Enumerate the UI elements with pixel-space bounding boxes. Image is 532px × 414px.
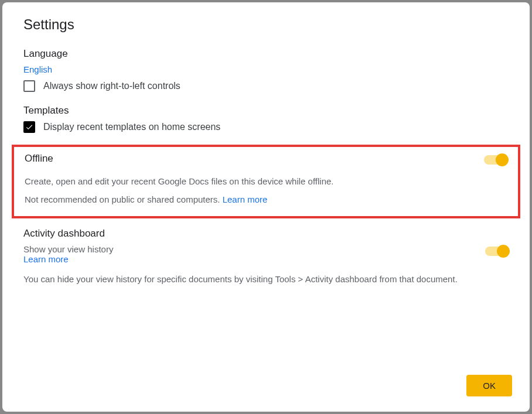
toggle-thumb — [497, 245, 510, 258]
activity-heading: Activity dashboard — [23, 228, 509, 239]
offline-description: Create, open and edit your recent Google… — [25, 175, 507, 189]
offline-learn-more-link[interactable]: Learn more — [223, 194, 268, 204]
activity-row: Show your view history Learn more — [23, 244, 509, 265]
settings-dialog: Settings Language English Always show ri… — [2, 2, 530, 412]
language-link[interactable]: English — [23, 64, 52, 74]
check-icon — [25, 123, 33, 131]
language-section: Language English Always show right-to-le… — [2, 43, 530, 100]
rtl-label: Always show right-to-left controls — [43, 81, 180, 91]
language-heading: Language — [23, 48, 509, 60]
offline-warning-row: Not recommended on public or shared comp… — [25, 194, 507, 204]
dialog-footer: OK — [2, 369, 530, 400]
offline-warning: Not recommended on public or shared comp… — [25, 194, 223, 204]
templates-section: Templates Display recent templates on ho… — [2, 100, 530, 141]
toggle-thumb — [496, 153, 509, 166]
rtl-checkbox-row: Always show right-to-left controls — [23, 80, 509, 92]
activity-hint: You can hide your view history for speci… — [23, 273, 509, 286]
templates-checkbox[interactable] — [23, 121, 35, 133]
templates-heading: Templates — [23, 105, 509, 117]
activity-section: Activity dashboard Show your view histor… — [2, 224, 530, 295]
activity-show-history: Show your view history — [23, 244, 485, 254]
offline-toggle[interactable] — [484, 155, 507, 165]
offline-heading: Offline — [25, 153, 53, 165]
offline-section-highlight: Offline Create, open and edit your recen… — [12, 145, 520, 218]
activity-left: Show your view history Learn more — [23, 244, 485, 265]
dialog-title: Settings — [2, 16, 530, 43]
offline-header-row: Offline — [25, 153, 507, 165]
templates-checkbox-row: Display recent templates on home screens — [23, 121, 509, 133]
ok-button[interactable]: OK — [466, 375, 512, 396]
activity-learn-more-link[interactable]: Learn more — [23, 254, 69, 264]
templates-label: Display recent templates on home screens — [43, 122, 220, 132]
rtl-checkbox[interactable] — [23, 80, 35, 92]
activity-toggle[interactable] — [485, 247, 509, 256]
